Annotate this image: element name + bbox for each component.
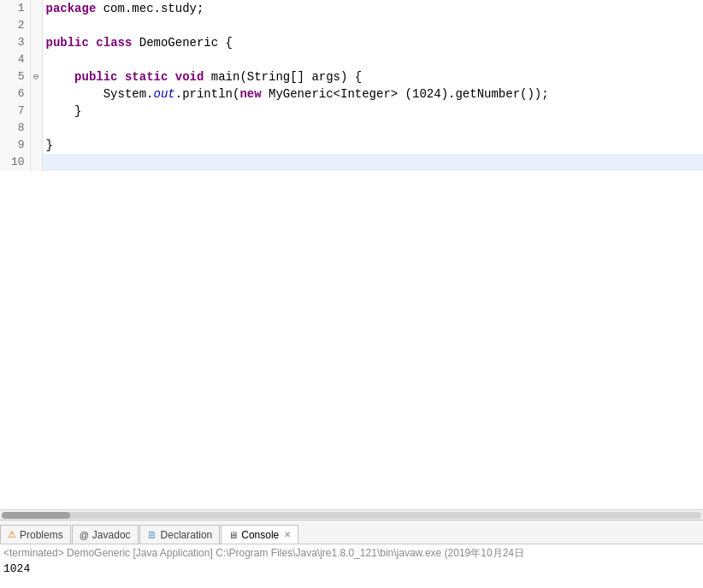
- tab-javadoc[interactable]: @ Javadoc: [72, 525, 139, 544]
- code-line: [42, 120, 703, 137]
- tab-bar: ⚠ Problems @ Javadoc 🗎 Declaration 🖥 Con…: [0, 520, 703, 544]
- console-area: <terminated> DemoGeneric [Java Applicati…: [0, 544, 703, 588]
- line-number: 10: [0, 154, 30, 171]
- scrollbar-track: [2, 512, 701, 519]
- table-row: 8: [0, 120, 703, 137]
- code-table: 1 package com.mec.study; 2 3 public clas…: [0, 0, 703, 171]
- declaration-icon: 🗎: [147, 529, 157, 541]
- table-row: 3 public class DemoGeneric {: [0, 34, 703, 51]
- line-number: 1: [0, 0, 30, 17]
- code-line: public class DemoGeneric {: [42, 34, 703, 51]
- line-number: 7: [0, 103, 30, 120]
- line-marker: [30, 34, 42, 51]
- code-line: [42, 154, 703, 171]
- console-output-line: 1024: [3, 561, 700, 575]
- code-line: System.out.println(new MyGeneric<Integer…: [42, 85, 703, 103]
- tab-problems[interactable]: ⚠ Problems: [0, 525, 71, 544]
- code-line: package com.mec.study;: [42, 0, 703, 17]
- table-row: 7 }: [0, 103, 703, 120]
- table-row: 1 package com.mec.study;: [0, 0, 703, 17]
- code-line: }: [42, 137, 703, 154]
- table-row: 5 ⊖ public static void main(String[] arg…: [0, 68, 703, 85]
- tab-console-label: Console: [241, 529, 279, 541]
- line-marker: [30, 51, 42, 68]
- line-marker: [30, 85, 42, 103]
- tab-problems-label: Problems: [20, 529, 63, 541]
- line-marker: [30, 137, 42, 154]
- editor-area: 1 package com.mec.study; 2 3 public clas…: [0, 0, 703, 509]
- line-marker: [30, 103, 42, 120]
- code-line: [42, 17, 703, 34]
- horizontal-scrollbar[interactable]: [0, 509, 703, 520]
- table-row: 2: [0, 17, 703, 34]
- line-number: 4: [0, 51, 30, 68]
- line-number: 3: [0, 34, 30, 51]
- line-marker: [30, 17, 42, 34]
- console-output-value: 1024: [3, 562, 30, 575]
- scrollbar-thumb: [2, 512, 70, 519]
- tab-console[interactable]: 🖥 Console ✕: [221, 525, 298, 544]
- table-row: 4: [0, 51, 703, 68]
- problems-icon: ⚠: [8, 529, 16, 540]
- table-row: 9 }: [0, 137, 703, 154]
- line-marker: ⊖: [30, 68, 42, 85]
- line-number: 8: [0, 120, 30, 137]
- table-row: 6 System.out.println(new MyGeneric<Integ…: [0, 85, 703, 103]
- line-marker: [30, 120, 42, 137]
- console-close-icon[interactable]: ✕: [284, 530, 291, 539]
- tab-javadoc-label: Javadoc: [92, 529, 131, 541]
- code-line: public static void main(String[] args) {: [42, 68, 703, 85]
- terminated-text: <terminated> DemoGeneric [Java Applicati…: [3, 547, 524, 559]
- code-line: }: [42, 103, 703, 120]
- tab-declaration-label: Declaration: [161, 529, 213, 541]
- tab-declaration[interactable]: 🗎 Declaration: [139, 525, 221, 544]
- console-icon: 🖥: [228, 530, 238, 540]
- code-line: [42, 51, 703, 68]
- javadoc-icon: @: [80, 530, 89, 540]
- line-number: 2: [0, 17, 30, 34]
- line-number: 6: [0, 85, 30, 103]
- table-row: 10: [0, 154, 703, 171]
- line-marker: [30, 154, 42, 171]
- line-number: 9: [0, 137, 30, 154]
- line-marker: [30, 0, 42, 17]
- line-number: 5: [0, 68, 30, 85]
- console-terminated-line: <terminated> DemoGeneric [Java Applicati…: [3, 546, 700, 561]
- code-container[interactable]: 1 package com.mec.study; 2 3 public clas…: [0, 0, 703, 509]
